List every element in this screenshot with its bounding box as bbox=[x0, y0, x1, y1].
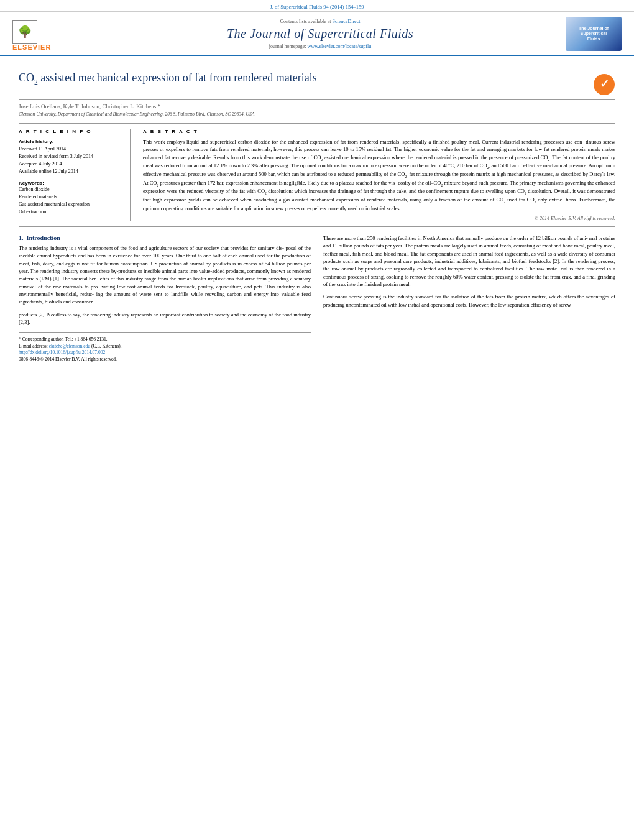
intro-para1: The rendering industry is a vital compon… bbox=[19, 244, 311, 306]
right-para2: Continuous screw pressing is the industr… bbox=[323, 293, 615, 308]
elsevier-tree-icon: 🌳 bbox=[12, 20, 37, 44]
journal-homepage-link[interactable]: www.elsevier.com/locate/supflu bbox=[308, 44, 372, 49]
intro-title: 1. Introduction bbox=[19, 234, 311, 241]
article-info-col: A R T I C L E I N F O Article history: R… bbox=[19, 129, 131, 221]
intro-para2: products [2]. Needless to say, the rende… bbox=[19, 311, 311, 326]
keyword-1: Carbon dioxide bbox=[19, 186, 121, 193]
accepted-row: Accepted 4 July 2014 bbox=[19, 160, 121, 167]
history-label-row: Article history: bbox=[19, 138, 121, 144]
keywords-section: Keywords: Carbon dioxide Rendered materi… bbox=[19, 180, 121, 216]
svg-text:✓: ✓ bbox=[600, 78, 609, 90]
journal-citation: J. of Supercritical Fluids 94 (2014) 154… bbox=[270, 4, 364, 10]
page-wrapper: J. of Supercritical Fluids 94 (2014) 154… bbox=[0, 0, 634, 840]
top-bar: J. of Supercritical Fluids 94 (2014) 154… bbox=[0, 0, 634, 12]
crossmark-badge: ✓ bbox=[593, 73, 615, 96]
abstract-text: This work employs liquid and supercritic… bbox=[143, 138, 615, 212]
homepage-line: journal homepage: www.elsevier.com/locat… bbox=[75, 44, 566, 49]
elsevier-logo: 🌳 ELSEVIER bbox=[12, 17, 75, 51]
elsevier-text: ELSEVIER bbox=[12, 44, 51, 51]
article-metadata-section: A R T I C L E I N F O Article history: R… bbox=[19, 123, 615, 227]
footnote-doi: http://dx.doi.org/10.1016/j.supflu.2014.… bbox=[19, 349, 311, 356]
footnote-issn: 0896-8446/© 2014 Elsevier B.V. All right… bbox=[19, 356, 311, 363]
journal-header: 🌳 ELSEVIER Contents lists available at S… bbox=[0, 12, 634, 56]
supercritical-badge: The Journal ofSupercriticalFluids bbox=[566, 17, 622, 51]
received-value: Received 11 April 2014 bbox=[19, 146, 66, 152]
footnote-section: * Corresponding author. Tel.: +1 864 656… bbox=[19, 332, 311, 362]
affiliation: Clemson University, Department of Chemic… bbox=[19, 111, 615, 123]
main-content: CO2 assisted mechanical expression of fa… bbox=[0, 56, 634, 369]
keyword-3: Gas assisted mechanical expression bbox=[19, 201, 121, 208]
center-info: Contents lists available at ScienceDirec… bbox=[75, 19, 566, 49]
body-left-col: 1. Introduction The rendering industry i… bbox=[19, 234, 311, 362]
keyword-2: Rendered materials bbox=[19, 193, 121, 201]
received-revised-row: Received in revised form 3 July 2014 bbox=[19, 153, 121, 159]
body-content: 1. Introduction The rendering industry i… bbox=[19, 227, 615, 362]
article-title-section: CO2 assisted mechanical expression of fa… bbox=[19, 62, 615, 100]
footnote-corresponding: * Corresponding author. Tel.: +1 864 656… bbox=[19, 336, 311, 343]
email-link[interactable]: ckitche@clemson.edu bbox=[49, 343, 90, 349]
received-revised-value: Received in revised form 3 July 2014 bbox=[19, 154, 93, 159]
article-title: CO2 assisted mechanical expression of fa… bbox=[19, 71, 587, 87]
doi-link[interactable]: http://dx.doi.org/10.1016/j.supflu.2014.… bbox=[19, 349, 105, 355]
abstract-col: A B S T R A C T This work employs liquid… bbox=[143, 129, 615, 221]
article-info-heading: A R T I C L E I N F O bbox=[19, 129, 121, 134]
body-right-col: There are more than 250 rendering facili… bbox=[323, 234, 615, 362]
available-value: Available online 12 July 2014 bbox=[19, 168, 78, 174]
right-para1: There are more than 250 rendering facili… bbox=[323, 234, 615, 288]
keywords-label: Keywords: bbox=[19, 180, 121, 186]
abstract-heading: A B S T R A C T bbox=[143, 129, 615, 134]
history-label: Article history: bbox=[19, 139, 53, 144]
available-row: Available online 12 July 2014 bbox=[19, 168, 121, 174]
contents-line: Contents lists available at ScienceDirec… bbox=[75, 19, 566, 24]
copyright-line: © 2014 Elsevier B.V. All rights reserved… bbox=[143, 212, 615, 221]
received-row: Received 11 April 2014 bbox=[19, 145, 121, 152]
footnote-email: E-mail address: ckitche@clemson.edu (C.L… bbox=[19, 343, 311, 350]
accepted-value: Accepted 4 July 2014 bbox=[19, 161, 62, 167]
sciencedirect-link[interactable]: ScienceDirect bbox=[333, 19, 361, 24]
journal-title: The Journal of Supercritical Fluids bbox=[75, 27, 566, 41]
authors: Jose Luis Orellana, Kyle T. Johnson, Chr… bbox=[19, 100, 615, 111]
keyword-4: Oil extraction bbox=[19, 208, 121, 216]
